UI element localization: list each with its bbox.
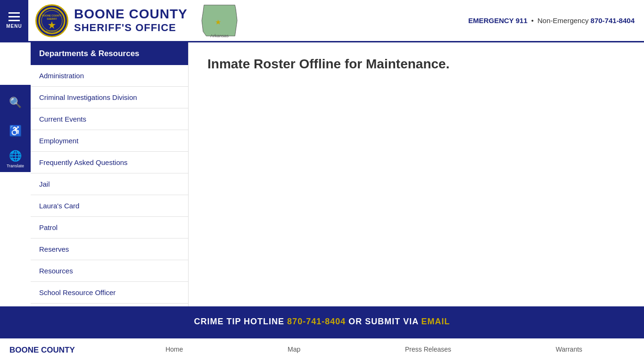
- footer-link-press-releases[interactable]: Press Releases: [405, 346, 451, 353]
- site-title: BOONE COUNTY SHERIFF'S OFFICE: [74, 7, 188, 34]
- nav-item-school-resource-officer[interactable]: School Resource Officer: [31, 282, 188, 304]
- svg-text:ARKANSAS: ARKANSAS: [46, 30, 58, 33]
- badge-svg: BOONE COUNTY SHERIFF ARKANSAS: [38, 7, 66, 34]
- svg-text:BOONE COUNTY: BOONE COUNTY: [42, 14, 62, 17]
- menu-label: MENU: [6, 24, 22, 29]
- footer-link-home[interactable]: Home: [165, 346, 183, 353]
- menu-bar-1: [8, 12, 20, 14]
- page-title: Inmate Roster Offline for Maintenance.: [207, 57, 449, 72]
- cta-email-link[interactable]: EMAIL: [421, 317, 450, 326]
- svg-text:SHERIFF: SHERIFF: [47, 17, 57, 20]
- translate-button[interactable]: 🌐 Translate: [2, 146, 28, 172]
- footer-link-map[interactable]: Map: [288, 346, 300, 353]
- nav-item-criminal-investigations[interactable]: Criminal Investigations Division: [31, 87, 188, 108]
- site-header: MENU BOONE COUNTY SHERIFF ARKANSAS BOONE…: [0, 0, 644, 42]
- footer-cta-bar: CRIME TIP HOTLINE 870-741-8404 OR SUBMIT…: [0, 306, 644, 337]
- nav-item-lauras-card[interactable]: Laura's Card: [31, 195, 188, 217]
- logo-area: BOONE COUNTY SHERIFF ARKANSAS BOONE COUN…: [28, 4, 195, 37]
- state-map-area: Arkansas: [199, 3, 239, 38]
- cta-middle: OR SUBMIT VIA: [348, 317, 418, 326]
- search-icon: 🔍: [9, 97, 22, 109]
- footer-brand: BOONE COUNTY: [9, 346, 94, 355]
- body-area: 🔍 ♿ 🌐 Translate Departments & Resources …: [0, 42, 644, 306]
- svg-text:Arkansas: Arkansas: [210, 33, 229, 38]
- nav-item-resources[interactable]: Resources: [31, 260, 188, 282]
- sheriff-badge: BOONE COUNTY SHERIFF ARKANSAS: [35, 4, 68, 37]
- site-name-line1: BOONE COUNTY: [74, 7, 188, 22]
- nav-item-jail[interactable]: Jail: [31, 173, 188, 195]
- globe-icon: 🌐: [9, 150, 22, 162]
- accessibility-icon: ♿: [9, 125, 22, 137]
- nav-item-administration[interactable]: Administration: [31, 65, 188, 87]
- nav-section-header[interactable]: Departments & Resources: [31, 42, 188, 65]
- nav-item-faq[interactable]: Frequently Asked Questions: [31, 152, 188, 173]
- footer-links: Home Map Press Releases Warrants: [113, 346, 635, 353]
- footer-bottom: BOONE COUNTY Home Map Press Releases War…: [0, 337, 644, 362]
- accessibility-button[interactable]: ♿: [2, 118, 28, 144]
- svg-point-0: [39, 8, 65, 33]
- main-content: Inmate Roster Offline for Maintenance.: [189, 42, 468, 306]
- menu-bar-3: [8, 20, 20, 21]
- arkansas-map: Arkansas: [199, 3, 239, 38]
- nav-item-current-events[interactable]: Current Events: [31, 108, 188, 130]
- footer-link-warrants[interactable]: Warrants: [556, 346, 582, 353]
- svg-marker-6: [202, 5, 237, 36]
- nav-item-patrol[interactable]: Patrol: [31, 217, 188, 239]
- translate-label: Translate: [7, 164, 24, 168]
- left-icon-sidebar: 🔍 ♿ 🌐 Translate: [0, 85, 31, 172]
- search-button[interactable]: 🔍: [2, 90, 28, 115]
- cta-prefix: CRIME TIP HOTLINE: [194, 317, 284, 326]
- site-name-line2: SHERIFF'S OFFICE: [74, 22, 188, 34]
- nav-sidebar: Departments & Resources Administration C…: [31, 42, 189, 306]
- main-layout: Departments & Resources Administration C…: [31, 42, 468, 306]
- header-left: MENU BOONE COUNTY SHERIFF ARKANSAS BOONE…: [0, 0, 468, 42]
- menu-bar-2: [8, 16, 20, 17]
- emergency-info: EMERGENCY 911•Non-Emergency 870-741-8404: [468, 16, 644, 25]
- nav-item-reserves[interactable]: Reserves: [31, 239, 188, 260]
- menu-button[interactable]: MENU: [0, 0, 28, 42]
- cta-phone: 870-741-8404: [287, 317, 346, 326]
- nav-item-employment[interactable]: Employment: [31, 130, 188, 152]
